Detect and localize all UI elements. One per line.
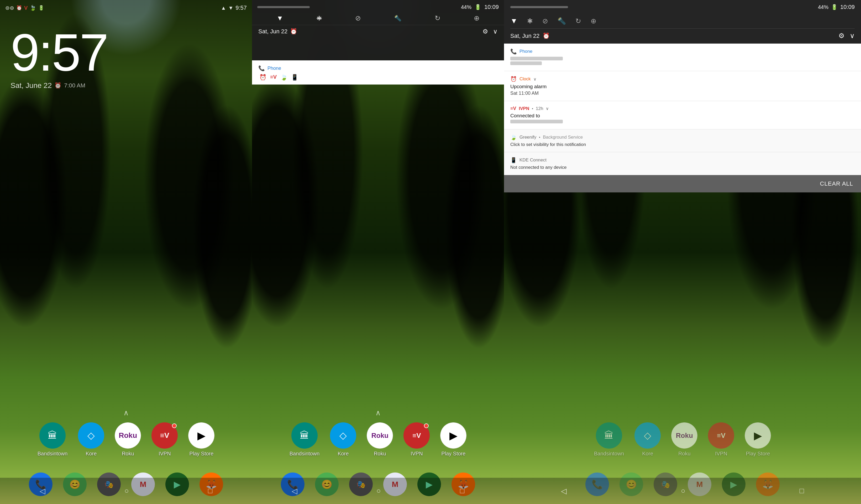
notification-card-p2: 📞 Phone ⏰ ≡V 🍃 📱 — [252, 60, 504, 84]
flashlight-toggle-p2[interactable]: 🔦 — [394, 15, 401, 22]
ivpn-notif-title: Connected to — [510, 113, 855, 119]
battery-pct-p2: 44% — [461, 4, 472, 10]
ivpn-notif-header: ≡V IVPN • 12h ∨ — [510, 106, 855, 111]
settings-icon-p2[interactable]: ⚙ — [482, 28, 488, 35]
greenify-notif-app-name: Greenify — [519, 135, 536, 140]
ivpn-notif-redacted — [510, 120, 563, 123]
ivpn-notif-app-icon: ≡V — [510, 106, 516, 111]
leaf-icon: 🍃 — [30, 5, 36, 11]
panel-lockscreen: ⊜⊜ ⏰ V 🍃 🔋 ▲ ▼ 9:57 9:57 Sat, June 22 ⏰ … — [0, 0, 252, 504]
nav-bar-p3: ◁ ○ □ — [504, 478, 861, 504]
app-playstore-p3[interactable]: ▶ Play Store — [745, 422, 771, 457]
back-button-p1[interactable]: ◁ — [40, 487, 45, 495]
app-dock-p2: ∧ 🏛 Bandsintown ◇ Kore Roku Roku — [252, 408, 504, 457]
shade-date-row-p2: Sat, Jun 22 ⏰ ⚙ ∨ — [252, 25, 504, 38]
app-bandsintown-p2[interactable]: 🏛 Bandsintown — [289, 422, 320, 457]
ivpn-notif-app-name: IVPN — [519, 106, 530, 111]
shade-date-actions: ⚙ ∨ — [482, 28, 498, 35]
app-dock: ∧ 🏛 Bandsintown ◇ Kore Roku Ro — [0, 408, 252, 457]
wifi-toggle-p3[interactable]: ▼ — [510, 17, 518, 25]
notification-greenify[interactable]: 🍃 Greenify • Background Service Click to… — [504, 130, 861, 152]
settings-icon-p3[interactable]: ⚙ — [838, 32, 845, 40]
app-ivpn[interactable]: ≡V IVPN — [151, 422, 178, 457]
panel-full-shade: 44% 🔋 10:09 ▼ ✱ ⊘ 🔦 ↻ ⊕ Sat, Jun 22 ⏰ — [504, 0, 861, 504]
bandsintown-label: Bandsintown — [38, 451, 68, 457]
main-app-row-p3: 🏛 Bandsintown ◇ Kore Roku Roku ≡V — [504, 422, 861, 457]
shade-date-text-p3: Sat, Jun 22 ⏰ — [510, 32, 550, 39]
rotate-toggle-p2[interactable]: ↻ — [435, 14, 440, 22]
lock-alarm-time: 7:00 AM — [64, 82, 85, 89]
rotate-toggle-p3[interactable]: ↻ — [575, 17, 581, 25]
ivpn-label-p2: IVPN — [411, 451, 423, 457]
app-roku[interactable]: Roku Roku — [115, 422, 141, 457]
expand-icon-p2[interactable]: ∨ — [493, 28, 498, 35]
dnd-toggle-p2[interactable]: ⊘ — [355, 14, 361, 22]
clear-all-button[interactable]: CLEAR ALL — [820, 180, 853, 187]
signal-icon: ▲ — [221, 5, 226, 11]
app-ivpn-p2[interactable]: ≡V IVPN — [404, 422, 430, 457]
ivpn-badge — [172, 423, 177, 428]
expand-icon-p3[interactable]: ∨ — [850, 32, 855, 40]
app-ivpn-p3[interactable]: ≡V IVPN — [708, 422, 734, 457]
lock-alarm-icon: ⏰ — [54, 82, 62, 89]
battery-saver-p2[interactable]: ⊕ — [474, 14, 480, 22]
carrier-bar — [257, 6, 310, 8]
alarm-icon: ⏰ — [16, 5, 22, 11]
wifi-toggle-p2[interactable]: ▼ — [276, 14, 283, 22]
bluetooth-toggle-p2[interactable]: ✱ — [317, 15, 322, 22]
home-button-p2[interactable]: ○ — [377, 487, 381, 495]
roku-icon-p3: Roku — [671, 422, 697, 449]
roku-icon-p2: Roku — [367, 422, 393, 449]
chevron-up-icon-p2: ∧ — [252, 408, 504, 417]
bluetooth-toggle-p3[interactable]: ✱ — [527, 17, 533, 25]
app-bandsintown-p3[interactable]: 🏛 Bandsintown — [594, 422, 624, 457]
app-playstore-p2[interactable]: ▶ Play Store — [440, 422, 466, 457]
notification-ivpn[interactable]: ≡V IVPN • 12h ∨ Connected to — [504, 101, 861, 130]
app-bandsintown[interactable]: 🏛 Bandsintown — [38, 422, 68, 457]
lock-time-display: 9:57 — [11, 26, 107, 79]
flashlight-toggle-p3[interactable]: 🔦 — [558, 17, 566, 25]
battery-saver-p3[interactable]: ⊕ — [591, 17, 597, 25]
phone-notif-icon-p2: 📞 — [258, 65, 265, 71]
ivpn-expand-icon[interactable]: ∨ — [546, 106, 549, 111]
home-button-p3[interactable]: ○ — [681, 487, 685, 495]
kore-icon: ◇ — [78, 422, 104, 449]
quick-settings-p2: ▼ ✱ ⊘ 🔦 ↻ ⊕ — [252, 11, 504, 25]
kore-icon-p2: ◇ — [330, 422, 356, 449]
full-notification-shade: 44% 🔋 10:09 ▼ ✱ ⊘ 🔦 ↻ ⊕ Sat, Jun 22 ⏰ — [504, 0, 861, 192]
ivpn-notif-time: 12h — [536, 106, 543, 111]
app-roku-p2[interactable]: Roku Roku — [367, 422, 393, 457]
verizon-icon: V — [24, 5, 28, 11]
notification-kdeconnect[interactable]: 📱 KDE Connect Not connected to any devic… — [504, 152, 861, 175]
status-bar-p1: ⊜⊜ ⏰ V 🍃 🔋 ▲ ▼ 9:57 — [0, 0, 252, 16]
recents-button-p3[interactable]: □ — [800, 487, 804, 495]
recents-button-p2[interactable]: □ — [460, 487, 464, 495]
app-roku-p3[interactable]: Roku Roku — [671, 422, 697, 457]
back-button-p3[interactable]: ◁ — [561, 487, 567, 495]
roku-label-p2: Roku — [374, 451, 386, 457]
app-playstore[interactable]: ▶ Play Store — [188, 422, 215, 457]
dnd-toggle-p3[interactable]: ⊘ — [542, 17, 548, 25]
greenify-notif-header: 🍃 Greenify • Background Service — [510, 134, 855, 140]
recents-button-p1[interactable]: □ — [208, 487, 213, 495]
shade-alarm-icon-p2: ⏰ — [290, 28, 297, 35]
clock-expand-icon[interactable]: ∨ — [533, 77, 536, 82]
app-kore-p3[interactable]: ◇ Kore — [634, 422, 661, 457]
battery-icon-p3: 🔋 — [831, 4, 838, 10]
shade-status-bar-p2: 44% 🔋 10:09 — [252, 0, 504, 11]
kore-label-p3: Kore — [642, 451, 653, 457]
notification-phone[interactable]: 📞 Phone — [504, 44, 861, 71]
app-kore-p2[interactable]: ◇ Kore — [330, 422, 356, 457]
greenify-dot: • — [539, 135, 540, 139]
home-button-p1[interactable]: ○ — [124, 487, 129, 495]
ivpn-icon: ≡V — [151, 422, 178, 449]
ivpn-dot-separator: • — [532, 107, 533, 111]
app-kore[interactable]: ◇ Kore — [78, 422, 104, 457]
shade-status-right: 44% 🔋 10:09 — [461, 4, 499, 11]
back-button-p2[interactable]: ◁ — [292, 487, 297, 495]
shade-time-p2: 10:09 — [484, 4, 499, 11]
notification-clock[interactable]: ⏰ Clock ∨ Upcoming alarm Sat 11:00 AM — [504, 71, 861, 101]
lock-date-text: Sat, June 22 — [11, 81, 52, 90]
kore-label-p2: Kore — [338, 451, 348, 457]
bandsintown-icon: 🏛 — [39, 422, 66, 449]
